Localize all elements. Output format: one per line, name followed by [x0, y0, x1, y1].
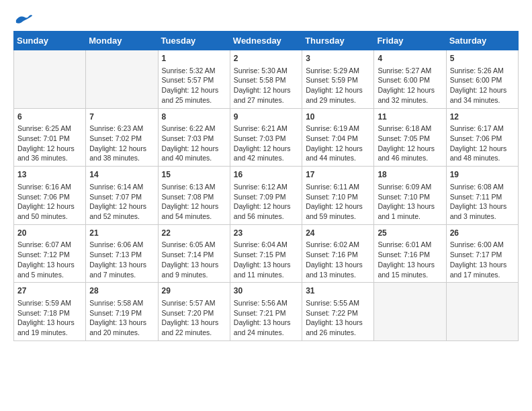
calendar-cell: 22Sunrise: 6:05 AM Sunset: 7:14 PM Dayli…: [158, 224, 230, 283]
calendar-cell: 17Sunrise: 6:11 AM Sunset: 7:10 PM Dayli…: [302, 167, 374, 225]
day-info: Sunrise: 6:02 AM Sunset: 7:16 PM Dayligh…: [306, 240, 370, 279]
day-number: 29: [162, 285, 226, 297]
calendar-cell: 10Sunrise: 6:19 AM Sunset: 7:04 PM Dayli…: [302, 108, 374, 167]
day-info: Sunrise: 6:04 AM Sunset: 7:15 PM Dayligh…: [234, 240, 298, 279]
day-number: 14: [89, 169, 154, 181]
calendar-cell: 12Sunrise: 6:17 AM Sunset: 7:06 PM Dayli…: [446, 108, 518, 167]
day-number: 18: [378, 169, 442, 181]
day-number: 31: [306, 285, 370, 297]
day-info: Sunrise: 6:12 AM Sunset: 7:09 PM Dayligh…: [234, 182, 298, 222]
calendar-cell: 2Sunrise: 5:30 AM Sunset: 5:58 PM Daylig…: [230, 50, 302, 109]
day-info: Sunrise: 5:55 AM Sunset: 7:22 PM Dayligh…: [306, 298, 370, 338]
day-info: Sunrise: 6:06 AM Sunset: 7:13 PM Dayligh…: [89, 240, 154, 279]
calendar-header-tuesday: Tuesday: [158, 32, 230, 50]
day-info: Sunrise: 6:17 AM Sunset: 7:06 PM Dayligh…: [450, 124, 515, 163]
day-number: 30: [234, 285, 298, 297]
day-number: 12: [450, 111, 515, 123]
day-info: Sunrise: 5:57 AM Sunset: 7:20 PM Dayligh…: [162, 298, 226, 338]
calendar-cell: 19Sunrise: 6:08 AM Sunset: 7:11 PM Dayli…: [446, 167, 518, 225]
calendar-cell: 25Sunrise: 6:01 AM Sunset: 7:16 PM Dayli…: [374, 224, 446, 283]
day-number: 25: [378, 228, 442, 239]
day-number: 21: [89, 228, 154, 239]
day-info: Sunrise: 5:26 AM Sunset: 6:00 PM Dayligh…: [450, 66, 515, 105]
day-number: 23: [234, 228, 298, 239]
day-number: 9: [234, 111, 298, 123]
calendar-header-row: SundayMondayTuesdayWednesdayThursdayFrid…: [14, 32, 519, 50]
day-info: Sunrise: 6:01 AM Sunset: 7:16 PM Dayligh…: [378, 240, 442, 279]
calendar-week-row: 13Sunrise: 6:16 AM Sunset: 7:06 PM Dayli…: [14, 167, 519, 225]
day-number: 11: [378, 111, 442, 123]
calendar-cell: 9Sunrise: 6:21 AM Sunset: 7:03 PM Daylig…: [230, 108, 302, 167]
day-info: Sunrise: 6:21 AM Sunset: 7:03 PM Dayligh…: [234, 124, 298, 163]
calendar-cell: 7Sunrise: 6:23 AM Sunset: 7:02 PM Daylig…: [86, 108, 158, 167]
calendar-cell: 23Sunrise: 6:04 AM Sunset: 7:15 PM Dayli…: [230, 224, 302, 283]
calendar-week-row: 27Sunrise: 5:59 AM Sunset: 7:18 PM Dayli…: [14, 283, 519, 341]
day-number: 13: [17, 169, 82, 181]
day-number: 7: [89, 111, 154, 123]
calendar-cell: 21Sunrise: 6:06 AM Sunset: 7:13 PM Dayli…: [86, 224, 158, 283]
day-info: Sunrise: 6:23 AM Sunset: 7:02 PM Dayligh…: [89, 124, 154, 163]
day-info: Sunrise: 6:09 AM Sunset: 7:10 PM Dayligh…: [378, 182, 442, 222]
calendar-cell: 13Sunrise: 6:16 AM Sunset: 7:06 PM Dayli…: [14, 167, 86, 225]
day-number: 15: [162, 169, 226, 181]
calendar-cell: 3Sunrise: 5:29 AM Sunset: 5:59 PM Daylig…: [302, 50, 374, 109]
day-info: Sunrise: 5:59 AM Sunset: 7:18 PM Dayligh…: [17, 298, 82, 338]
day-info: Sunrise: 5:30 AM Sunset: 5:58 PM Dayligh…: [234, 66, 298, 105]
calendar-cell: 18Sunrise: 6:09 AM Sunset: 7:10 PM Dayli…: [374, 167, 446, 225]
day-info: Sunrise: 6:05 AM Sunset: 7:14 PM Dayligh…: [162, 240, 226, 279]
calendar-header-sunday: Sunday: [14, 32, 86, 50]
day-number: 19: [450, 169, 515, 181]
day-number: 6: [17, 111, 82, 123]
calendar-cell: 24Sunrise: 6:02 AM Sunset: 7:16 PM Dayli…: [302, 224, 374, 283]
day-number: 22: [162, 228, 226, 239]
day-info: Sunrise: 5:27 AM Sunset: 6:00 PM Dayligh…: [378, 66, 442, 105]
calendar-header-thursday: Thursday: [302, 32, 374, 50]
day-number: 10: [306, 111, 370, 123]
calendar-cell: 29Sunrise: 5:57 AM Sunset: 7:20 PM Dayli…: [158, 283, 230, 341]
day-info: Sunrise: 6:07 AM Sunset: 7:12 PM Dayligh…: [17, 240, 82, 279]
day-info: Sunrise: 6:11 AM Sunset: 7:10 PM Dayligh…: [306, 182, 370, 222]
calendar-cell: 27Sunrise: 5:59 AM Sunset: 7:18 PM Dayli…: [14, 283, 86, 341]
calendar-cell: 1Sunrise: 5:32 AM Sunset: 5:57 PM Daylig…: [158, 50, 230, 109]
calendar-cell: 14Sunrise: 6:14 AM Sunset: 7:07 PM Dayli…: [86, 167, 158, 225]
logo-bird-icon: [15, 13, 34, 27]
day-number: 3: [306, 53, 370, 64]
calendar-cell: [86, 50, 158, 109]
day-info: Sunrise: 6:00 AM Sunset: 7:17 PM Dayligh…: [450, 240, 515, 279]
calendar-cell: [374, 283, 446, 341]
day-info: Sunrise: 6:25 AM Sunset: 7:01 PM Dayligh…: [17, 124, 82, 163]
calendar-week-row: 1Sunrise: 5:32 AM Sunset: 5:57 PM Daylig…: [14, 50, 519, 109]
calendar-cell: 30Sunrise: 5:56 AM Sunset: 7:21 PM Dayli…: [230, 283, 302, 341]
day-number: 16: [234, 169, 298, 181]
day-number: 1: [162, 53, 226, 64]
day-info: Sunrise: 5:56 AM Sunset: 7:21 PM Dayligh…: [234, 298, 298, 338]
calendar-cell: [14, 50, 86, 109]
calendar-cell: 5Sunrise: 5:26 AM Sunset: 6:00 PM Daylig…: [446, 50, 518, 109]
page-header: [13, 13, 519, 24]
calendar-cell: [446, 283, 518, 341]
day-number: 20: [17, 228, 82, 239]
calendar-table: SundayMondayTuesdayWednesdayThursdayFrid…: [13, 31, 519, 341]
day-info: Sunrise: 6:13 AM Sunset: 7:08 PM Dayligh…: [162, 182, 226, 222]
day-number: 24: [306, 228, 370, 239]
calendar-week-row: 20Sunrise: 6:07 AM Sunset: 7:12 PM Dayli…: [14, 224, 519, 283]
calendar-cell: 31Sunrise: 5:55 AM Sunset: 7:22 PM Dayli…: [302, 283, 374, 341]
day-info: Sunrise: 5:32 AM Sunset: 5:57 PM Dayligh…: [162, 66, 226, 105]
day-number: 17: [306, 169, 370, 181]
calendar-cell: 26Sunrise: 6:00 AM Sunset: 7:17 PM Dayli…: [446, 224, 518, 283]
calendar-header-wednesday: Wednesday: [230, 32, 302, 50]
calendar-cell: 4Sunrise: 5:27 AM Sunset: 6:00 PM Daylig…: [374, 50, 446, 109]
calendar-cell: 28Sunrise: 5:58 AM Sunset: 7:19 PM Dayli…: [86, 283, 158, 341]
calendar-cell: 6Sunrise: 6:25 AM Sunset: 7:01 PM Daylig…: [14, 108, 86, 167]
day-number: 4: [378, 53, 442, 64]
day-info: Sunrise: 6:08 AM Sunset: 7:11 PM Dayligh…: [450, 182, 515, 222]
calendar-header-friday: Friday: [374, 32, 446, 50]
calendar-cell: 11Sunrise: 6:18 AM Sunset: 7:05 PM Dayli…: [374, 108, 446, 167]
calendar-week-row: 6Sunrise: 6:25 AM Sunset: 7:01 PM Daylig…: [14, 108, 519, 167]
calendar-cell: 8Sunrise: 6:22 AM Sunset: 7:03 PM Daylig…: [158, 108, 230, 167]
day-number: 2: [234, 53, 298, 64]
day-number: 27: [17, 285, 82, 297]
calendar-header-saturday: Saturday: [446, 32, 518, 50]
day-info: Sunrise: 6:18 AM Sunset: 7:05 PM Dayligh…: [378, 124, 442, 163]
day-info: Sunrise: 5:58 AM Sunset: 7:19 PM Dayligh…: [89, 298, 154, 338]
